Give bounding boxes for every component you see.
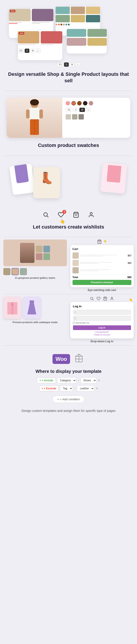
username-input[interactable]: [73, 310, 131, 315]
wishlist-heart-icon[interactable]: 3 👆: [58, 212, 64, 220]
size-s[interactable]: S: [25, 48, 29, 53]
size-xs[interactable]: XS: [18, 48, 24, 53]
boot-emoji: 👢: [33, 167, 60, 189]
product-card-3: -20% XS S M L: [18, 31, 62, 60]
catalogue-cards: [3, 296, 67, 319]
wishlist-section: 👢 3 👆: [0, 156, 137, 237]
svg-line-21: [93, 300, 94, 300]
size-l[interactable]: L: [36, 48, 40, 53]
global-size-xs[interactable]: XS: [57, 62, 63, 67]
global-size-l[interactable]: L: [75, 62, 80, 67]
category-select[interactable]: Category: [57, 377, 77, 384]
model-svg: [23, 99, 46, 137]
discount-badge-1: -50%: [10, 10, 15, 12]
swatches-section: XS S M L Custom product swatches: [0, 91, 137, 156]
leather-select[interactable]: Leather: [77, 385, 95, 392]
texture-swatch-mid[interactable]: [72, 114, 77, 120]
search-icon[interactable]: [43, 212, 49, 220]
arrow-icon-2: ▾: [74, 387, 76, 390]
woo-box-icon: [73, 352, 85, 366]
forgot-password-link[interactable]: Lost password?: [95, 331, 109, 333]
remember-checkbox[interactable]: [73, 322, 75, 324]
gallery-main-image: [3, 240, 67, 266]
svg-point-9: [44, 212, 47, 216]
product-card-4: [67, 29, 107, 54]
login-card: Log in Remember me Log in Lost password?…: [70, 302, 134, 338]
texture-swatch-dark[interactable]: [79, 114, 84, 120]
swatches-title: Custom product swatches: [4, 142, 133, 149]
cart-icon[interactable]: [73, 212, 79, 220]
color-swatches-row: [66, 101, 127, 106]
catalogue-blazer: [3, 296, 21, 319]
sw-size-xs[interactable]: XS: [66, 108, 72, 112]
user-icon[interactable]: [88, 212, 94, 220]
thumb-2[interactable]: [11, 268, 19, 275]
exclude-plus-icon: +: [42, 387, 43, 390]
cart-caption: Eye-catching side cart: [70, 288, 134, 292]
include-plus-icon: +: [39, 379, 41, 382]
login-heart-icon: [97, 296, 101, 300]
size-m[interactable]: M: [30, 48, 35, 53]
swatch-brown[interactable]: [77, 101, 82, 106]
login-cart-icon: [103, 296, 107, 300]
login-button[interactable]: Log in: [73, 325, 131, 330]
include-button[interactable]: + + Include: [37, 378, 56, 383]
thumb-3[interactable]: [20, 268, 27, 275]
svg-rect-5: [26, 110, 30, 118]
create-account-link[interactable]: Create an account: [94, 334, 110, 336]
blazer-svg: [6, 300, 18, 316]
svg-rect-25: [75, 318, 76, 319]
exclude-button[interactable]: + + Exclude: [39, 386, 59, 391]
cart-item-image-1: [73, 252, 79, 259]
checkout-button[interactable]: Proceed to checkout: [73, 280, 132, 285]
cart-item-lines-3: [80, 269, 132, 272]
sw-size-s[interactable]: S: [73, 108, 79, 112]
password-input[interactable]: [73, 316, 131, 321]
texture-swatch-light[interactable]: [66, 114, 71, 120]
sw-size-l[interactable]: L: [86, 108, 91, 112]
cart-item-2: $22: [73, 260, 132, 266]
remove-exclude-button[interactable]: ×: [96, 386, 98, 390]
include-label: + Include: [42, 379, 53, 382]
svg-point-23: [111, 297, 113, 298]
cart-total-label: Total: [73, 276, 78, 278]
tag-select[interactable]: Tag: [60, 385, 73, 392]
texture-swatches-row: [66, 114, 127, 120]
gallery-main-content: [3, 240, 67, 266]
login-search-icon: [90, 296, 94, 300]
swatches-card: XS S M L: [7, 98, 130, 138]
woo-template-caption: Design custom templates and assign them …: [4, 408, 133, 413]
sw-size-m[interactable]: M: [79, 108, 85, 112]
wishlist-visual: 👢: [4, 162, 133, 207]
cart-total-value: $80: [128, 276, 132, 278]
thumb-1[interactable]: [3, 268, 10, 275]
cart-cursor: 👆: [103, 240, 107, 244]
gallery-side: 11 gorgeous product gallery styles: [3, 240, 67, 292]
woo-template-title: Where to display your template: [4, 369, 133, 374]
shoes-select[interactable]: Shoes: [81, 377, 97, 384]
cart-item-1: $57: [73, 252, 132, 259]
swatch-dark[interactable]: [83, 101, 87, 106]
swatch-mauve[interactable]: [89, 101, 93, 106]
wishlist-count-badge: 3: [62, 210, 66, 214]
discount-badge-2: -20%: [19, 32, 24, 34]
global-size-m[interactable]: M: [70, 62, 75, 67]
gallery-cart-section: 11 gorgeous product gallery styles 👆 Car…: [0, 237, 137, 294]
swatch-pink[interactable]: [66, 101, 70, 106]
cart-item-image-2: [73, 260, 79, 266]
exclude-condition-row: + + Exclude Tag ▾ Leather ×: [4, 385, 133, 392]
add-condition-label: + Add condition: [60, 398, 80, 401]
remove-include-button[interactable]: ×: [98, 378, 100, 382]
wishlist-product-dress: [9, 163, 35, 195]
gallery-caption: 11 gorgeous product gallery styles: [3, 276, 67, 279]
login-card-title: Log in: [73, 304, 131, 308]
global-size-s[interactable]: S: [64, 62, 69, 67]
wishlist-product-blazer: [100, 162, 127, 194]
wishlist-title: Let customers create wishlists: [4, 224, 133, 230]
cart-price-2: $22: [128, 262, 132, 264]
svg-point-24: [75, 312, 76, 312]
add-condition-button[interactable]: + + Add condition: [52, 396, 85, 403]
login-user-icon[interactable]: [110, 296, 114, 300]
remember-me-row: Remember me: [73, 322, 131, 324]
swatch-orange[interactable]: [71, 101, 76, 106]
